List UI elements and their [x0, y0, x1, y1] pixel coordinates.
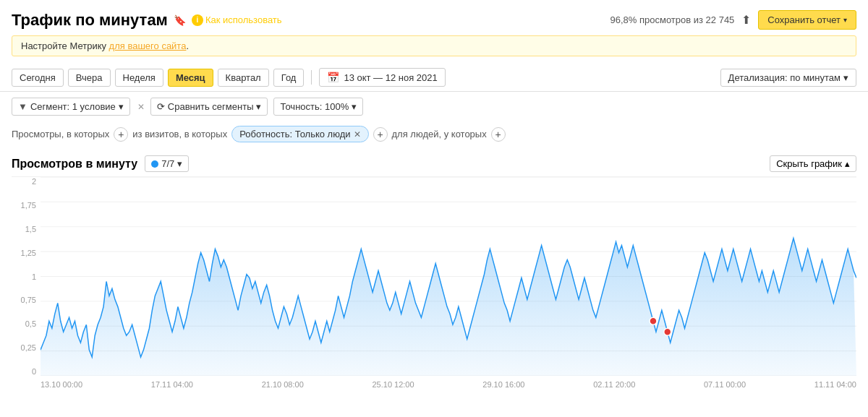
x-label-5: 02.11 20:00	[593, 380, 635, 389]
y-label-05: 0,5	[12, 319, 36, 328]
date-range-picker[interactable]: 📅 13 окт — 12 ноя 2021	[319, 68, 445, 87]
info-icon: i	[192, 14, 203, 26]
header-right: 96,8% просмотров из 22 745 ⬆ Сохранить о…	[610, 10, 856, 30]
add-visits-condition-button[interactable]: +	[373, 127, 388, 142]
page-title: Трафик по минутам	[12, 11, 168, 30]
notice-text-before: Настройте Метрику	[21, 40, 109, 51]
people-label: для людей, у которых	[392, 129, 487, 139]
y-label-2: 2	[12, 177, 36, 186]
toolbar-separator	[311, 70, 312, 85]
visits-label: из визитов, в которых	[132, 129, 227, 139]
calendar-icon: 📅	[327, 72, 339, 83]
detail-label: Детализация: по минутам	[728, 72, 841, 83]
y-label-175: 1,75	[12, 201, 36, 210]
how-to-use[interactable]: i Как использовать	[192, 14, 282, 26]
robotness-tag[interactable]: Роботность: Только люди ✕	[231, 126, 368, 142]
chart-plot	[41, 177, 856, 376]
x-label-0: 13.10 00:00	[41, 380, 82, 389]
legend-dot	[151, 160, 158, 168]
chart-x-axis: 13.10 00:00 17.11 04:00 21.10 08:00 25.1…	[41, 376, 856, 393]
add-people-condition-button[interactable]: +	[491, 127, 506, 142]
hide-chart-label: Скрыть график	[776, 158, 842, 169]
chevron-up-icon: ▴	[845, 158, 850, 169]
period-yesterday[interactable]: Вчера	[68, 69, 111, 87]
chart-title: Просмотров в минуту	[12, 158, 137, 171]
segment-filter[interactable]: ▼ Сегмент: 1 условие ▾	[12, 98, 130, 116]
period-toolbar: Сегодня Вчера Неделя Месяц Квартал Год 📅…	[0, 64, 868, 92]
accuracy-filter[interactable]: Точность: 100% ▾	[273, 98, 363, 116]
hide-chart-button[interactable]: Скрыть график ▴	[770, 155, 856, 172]
svg-point-10	[664, 328, 671, 335]
chevron-down-icon: ▾	[119, 101, 124, 112]
y-label-15: 1,5	[12, 225, 36, 233]
period-today[interactable]: Сегодня	[12, 69, 64, 87]
save-report-button[interactable]: Сохранить отчет ▾	[758, 10, 856, 30]
y-label-1: 1	[12, 272, 36, 281]
y-label-025: 0,25	[12, 343, 36, 352]
header-left: Трафик по минутам 🔖 i Как использовать	[12, 11, 282, 30]
notice-text-after: .	[186, 40, 189, 51]
views-label: Просмотры, в которых	[12, 129, 109, 139]
chart-section: Просмотров в минуту 7/7 ▾ Скрыть график …	[0, 150, 868, 393]
x-label-6: 07.11 00:00	[704, 380, 746, 389]
chart-y-axis: 2 1,75 1,5 1,25 1 0,75 0,5 0,25 0	[12, 177, 39, 376]
chevron-down-icon: ▾	[352, 101, 357, 112]
notice-link[interactable]: для вашего сайта	[109, 40, 187, 51]
chart-header: Просмотров в минуту 7/7 ▾ Скрыть график …	[12, 155, 856, 172]
chevron-down-icon: ▾	[843, 72, 848, 83]
x-label-2: 21.10 08:00	[262, 380, 304, 389]
chart-svg	[41, 177, 856, 376]
y-label-125: 1,25	[12, 249, 36, 257]
chevron-down-icon: ▾	[843, 16, 847, 24]
legend-label: 7/7	[161, 158, 174, 169]
chevron-down-icon: ▾	[256, 101, 261, 112]
compare-filter[interactable]: ⟳ Сравнить сегменты ▾	[150, 98, 268, 116]
chevron-down-icon: ▾	[177, 158, 182, 169]
x-label-4: 29.10 16:00	[482, 380, 524, 389]
segment-close-button[interactable]: ✕	[137, 102, 145, 112]
conditions-bar: Просмотры, в которых + из визитов, в кот…	[0, 121, 868, 150]
period-quarter[interactable]: Квартал	[218, 69, 269, 87]
filter-icon: ▼	[18, 101, 27, 112]
chart-container: 2 1,75 1,5 1,25 1 0,75 0,5 0,25 0	[12, 176, 856, 393]
x-label-3: 25.10 12:00	[372, 380, 414, 389]
tag-label: Роботность: Только люди	[239, 129, 350, 139]
period-month[interactable]: Месяц	[168, 69, 213, 87]
segment-label: Сегмент: 1 условие	[30, 101, 116, 112]
add-views-condition-button[interactable]: +	[114, 127, 128, 142]
x-label-1: 17.11 04:00	[151, 380, 193, 389]
tag-close-button[interactable]: ✕	[354, 129, 361, 139]
notice-bar: Настройте Метрику для вашего сайта.	[12, 35, 856, 56]
views-stat: 96,8% просмотров из 22 745	[610, 14, 734, 25]
accuracy-label: Точность: 100%	[280, 101, 349, 112]
date-range-label: 13 окт — 12 ноя 2021	[344, 72, 437, 83]
how-to-use-link[interactable]: Как использовать	[205, 14, 282, 25]
detail-select[interactable]: Детализация: по минутам ▾	[720, 69, 856, 87]
compare-label: Сравнить сегменты	[168, 101, 254, 112]
page-header: Трафик по минутам 🔖 i Как использовать 9…	[0, 0, 868, 35]
filters-bar: ▼ Сегмент: 1 условие ▾ ✕ ⟳ Сравнить сегм…	[0, 92, 868, 121]
chart-legend[interactable]: 7/7 ▾	[145, 155, 189, 172]
x-label-7: 11.11 04:00	[814, 380, 856, 389]
bookmark-icon[interactable]: 🔖	[174, 14, 186, 26]
compare-icon: ⟳	[157, 101, 165, 112]
period-week[interactable]: Неделя	[115, 69, 163, 87]
y-label-0: 0	[12, 367, 36, 376]
svg-point-9	[650, 317, 657, 324]
save-report-label: Сохранить отчет	[767, 14, 841, 25]
share-button[interactable]: ⬆	[741, 13, 751, 27]
y-label-075: 0,75	[12, 296, 36, 304]
period-year[interactable]: Год	[273, 69, 305, 87]
